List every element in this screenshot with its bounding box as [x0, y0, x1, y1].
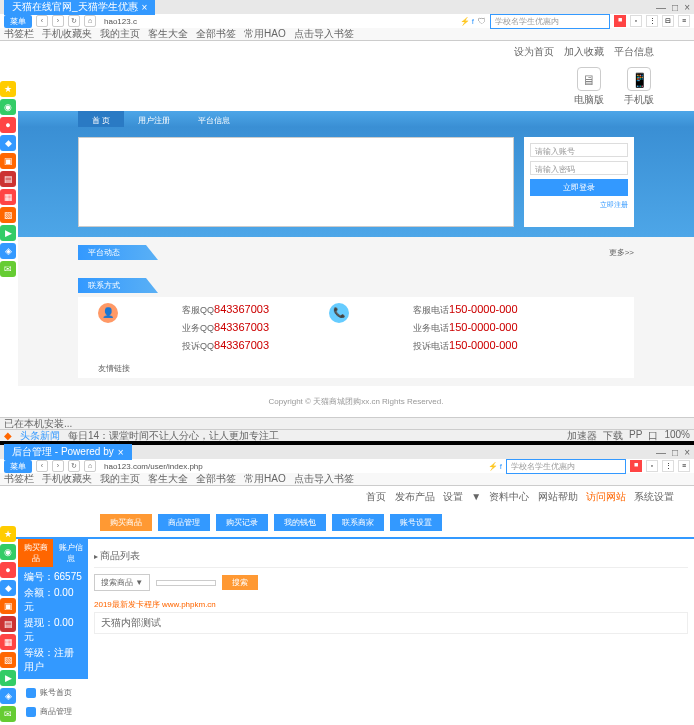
dock-app-icon[interactable]: ▤ — [0, 616, 16, 632]
menu-button[interactable]: 菜单 — [4, 15, 32, 28]
device-mobile[interactable]: 📱 手机版 — [624, 67, 654, 107]
close-icon[interactable]: × — [142, 2, 148, 13]
bookmark-item[interactable]: 常用HAO — [244, 472, 286, 486]
status-item[interactable]: 加速器 — [567, 429, 597, 443]
menu-icon[interactable]: ≡ — [678, 15, 690, 27]
ext-icon[interactable]: ▫ — [630, 15, 642, 27]
search-input[interactable]: 学校名学生优惠内 — [506, 459, 626, 474]
header-link[interactable]: 网站帮助 — [538, 491, 578, 502]
minimize-icon[interactable]: — — [656, 2, 666, 13]
home-button[interactable]: ⌂ — [84, 460, 96, 472]
bookmark-item[interactable]: 手机收藏夹 — [42, 27, 92, 41]
header-link[interactable]: 首页 — [366, 491, 386, 502]
search-select[interactable]: 搜索商品 ▼ — [94, 574, 150, 591]
bookmark-item[interactable]: 我的主页 — [100, 472, 140, 486]
search-input[interactable] — [156, 580, 216, 586]
dock-app-icon[interactable]: ▦ — [0, 634, 16, 650]
username-input[interactable]: 请输入账号 — [530, 143, 628, 157]
bookmark-item[interactable]: 客生大全 — [148, 472, 188, 486]
header-link[interactable]: 系统设置 — [634, 491, 674, 502]
news-label[interactable]: 头条新闻 — [20, 429, 60, 443]
back-button[interactable]: ‹ — [36, 15, 48, 27]
shield-icon[interactable]: 🛡 — [478, 17, 486, 26]
sidebar-menu-item[interactable]: 账号首页 — [18, 683, 88, 702]
bookmark-item[interactable]: 点击导入书签 — [294, 472, 354, 486]
ext-icon[interactable]: ■ — [614, 15, 626, 27]
url-input[interactable]: hao123.c — [100, 17, 456, 26]
maximize-icon[interactable]: □ — [672, 447, 678, 458]
browser-tab[interactable]: 天猫在线官网_天猫学生优惠 × — [4, 0, 155, 15]
sidebar-tab[interactable]: 账户信息 — [53, 539, 88, 567]
register-link[interactable]: 立即注册 — [530, 200, 628, 210]
bookmark-item[interactable]: 常用HAO — [244, 27, 286, 41]
bookmark-item[interactable]: 书签栏 — [4, 472, 34, 486]
header-link[interactable]: 设置 — [443, 491, 463, 502]
product-mgmt-button[interactable]: 商品管理 — [158, 514, 210, 531]
ext-icon[interactable]: ⋮ — [646, 15, 658, 27]
flash-icon[interactable]: ⚡ f — [488, 462, 502, 471]
notice-text[interactable]: 2019最新发卡程序 www.phpkm.cn — [94, 597, 688, 612]
dock-app-icon[interactable]: ● — [0, 562, 16, 578]
flash-icon[interactable]: ⚡ f — [460, 17, 474, 26]
top-link[interactable]: 平台信息 — [614, 46, 654, 57]
ext-icon[interactable]: ■ — [630, 460, 642, 472]
bookmark-item[interactable]: 全部书签 — [196, 27, 236, 41]
dock-app-icon[interactable]: ▤ — [0, 171, 16, 187]
sidebar-menu-item[interactable]: 分类付 — [18, 721, 88, 725]
bookmark-item[interactable]: 手机收藏夹 — [42, 472, 92, 486]
nav-home[interactable]: 首 页 — [78, 111, 124, 127]
search-button[interactable]: 搜索 — [222, 575, 258, 590]
dock-app-icon[interactable]: ◈ — [0, 243, 16, 259]
bookmark-item[interactable]: 我的主页 — [100, 27, 140, 41]
zoom-level[interactable]: 100% — [664, 429, 690, 443]
dock-app-icon[interactable]: ◉ — [0, 99, 16, 115]
maximize-icon[interactable]: □ — [672, 2, 678, 13]
ext-icon[interactable]: ⊟ — [662, 15, 674, 27]
back-button[interactable]: ‹ — [36, 460, 48, 472]
header-link[interactable]: 访问网站 — [586, 491, 626, 502]
close-icon[interactable]: × — [684, 447, 690, 458]
ext-icon[interactable]: ▫ — [646, 460, 658, 472]
dock-app-icon[interactable]: ◆ — [0, 580, 16, 596]
dock-app-icon[interactable]: ▧ — [0, 652, 16, 668]
sidebar-menu-item[interactable]: 商品管理 — [18, 702, 88, 721]
bookmark-item[interactable]: 书签栏 — [4, 27, 34, 41]
nav-register[interactable]: 用户注册 — [124, 111, 184, 127]
dock-app-icon[interactable]: ★ — [0, 81, 16, 97]
top-link[interactable]: 加入收藏 — [564, 46, 604, 57]
menu-icon[interactable]: ≡ — [678, 460, 690, 472]
forward-button[interactable]: › — [52, 460, 64, 472]
table-row[interactable]: 天猫内部测试 — [94, 612, 688, 634]
wallet-button[interactable]: 我的钱包 — [274, 514, 326, 531]
dock-app-icon[interactable]: ▣ — [0, 598, 16, 614]
reload-button[interactable]: ↻ — [68, 460, 80, 472]
header-link[interactable]: 资料中心 — [489, 491, 529, 502]
close-icon[interactable]: × — [118, 447, 124, 458]
reload-button[interactable]: ↻ — [68, 15, 80, 27]
dock-app-icon[interactable]: ✉ — [0, 261, 16, 277]
bookmark-item[interactable]: 客生大全 — [148, 27, 188, 41]
dock-app-icon[interactable]: ▧ — [0, 207, 16, 223]
status-item[interactable]: 下载 — [603, 429, 623, 443]
dock-app-icon[interactable]: ▣ — [0, 153, 16, 169]
dock-app-icon[interactable]: ▶ — [0, 225, 16, 241]
sidebar-tab[interactable]: 购买商品 — [18, 539, 53, 567]
dock-app-icon[interactable]: ▦ — [0, 189, 16, 205]
device-pc[interactable]: 🖥 电脑版 — [574, 67, 604, 107]
dock-app-icon[interactable]: ◆ — [0, 135, 16, 151]
more-link[interactable]: 更多>> — [609, 247, 634, 258]
close-icon[interactable]: × — [684, 2, 690, 13]
purchase-record-button[interactable]: 购买记录 — [216, 514, 268, 531]
dock-app-icon[interactable]: ◈ — [0, 688, 16, 704]
header-link[interactable]: 发布产品 — [395, 491, 435, 502]
url-input[interactable]: hao123.com/user/index.php — [100, 462, 484, 471]
menu-button[interactable]: 菜单 — [4, 460, 32, 473]
login-button[interactable]: 立即登录 — [530, 179, 628, 196]
minimize-icon[interactable]: — — [656, 447, 666, 458]
password-input[interactable]: 请输入密码 — [530, 161, 628, 175]
status-item[interactable]: 口 — [648, 429, 658, 443]
nav-info[interactable]: 平台信息 — [184, 111, 244, 127]
dropdown-icon[interactable]: ▼ — [471, 491, 481, 502]
status-item[interactable]: PP — [629, 429, 642, 443]
browser-tab[interactable]: 后台管理 - Powered by × — [4, 444, 132, 460]
